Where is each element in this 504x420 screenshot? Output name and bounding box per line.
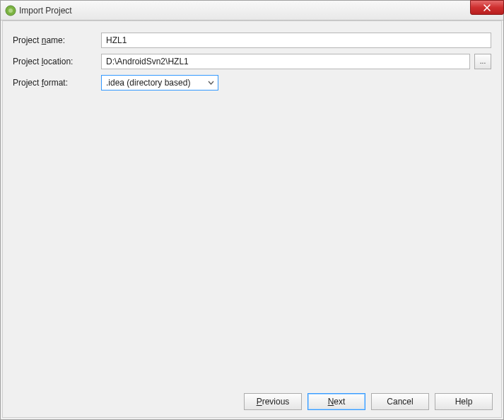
- help-button[interactable]: Help: [435, 393, 493, 410]
- app-icon: [5, 5, 16, 16]
- row-project-name: Project name:: [13, 33, 491, 48]
- row-project-format: Project format: .idea (directory based): [13, 75, 491, 91]
- form-area: Project name: Project location: ... Proj…: [3, 21, 501, 107]
- btn-text: ext: [334, 397, 345, 407]
- titlebar: Import Project: [1, 1, 503, 21]
- select-value: .idea (directory based): [106, 78, 190, 88]
- btn-text: Help: [455, 397, 473, 407]
- row-project-location: Project location: ...: [13, 54, 491, 69]
- project-name-input[interactable]: [101, 33, 491, 48]
- cancel-button[interactable]: Cancel: [371, 393, 429, 410]
- project-format-select[interactable]: .idea (directory based): [101, 75, 218, 91]
- chevron-down-icon: [208, 81, 214, 85]
- previous-button[interactable]: Previous: [244, 393, 302, 410]
- label-text: ormat:: [44, 78, 68, 88]
- btn-mnemonic: P: [257, 397, 262, 407]
- close-button[interactable]: [470, 0, 504, 15]
- label-project-format: Project format:: [13, 78, 101, 88]
- button-bar: Previous Next Cancel Help: [244, 393, 493, 410]
- project-location-input[interactable]: [101, 54, 470, 69]
- browse-button[interactable]: ...: [474, 54, 491, 69]
- next-button[interactable]: Next: [307, 393, 365, 410]
- label-text: Project: [13, 78, 42, 88]
- content-area: Project name: Project location: ... Proj…: [2, 21, 502, 418]
- svg-point-1: [8, 8, 13, 13]
- label-text: ocation:: [43, 57, 73, 66]
- btn-text: revious: [262, 397, 290, 407]
- label-text: Project: [13, 35, 42, 45]
- btn-text: Cancel: [387, 397, 413, 407]
- window-title: Import Project: [19, 6, 72, 16]
- dialog-window: Import Project Project name: Project loc…: [0, 0, 504, 420]
- project-format-select-wrap: .idea (directory based): [101, 75, 218, 91]
- label-text: ame:: [46, 35, 65, 45]
- label-text: Project: [13, 57, 42, 66]
- label-project-name: Project name:: [13, 35, 101, 45]
- label-project-location: Project location:: [13, 57, 101, 66]
